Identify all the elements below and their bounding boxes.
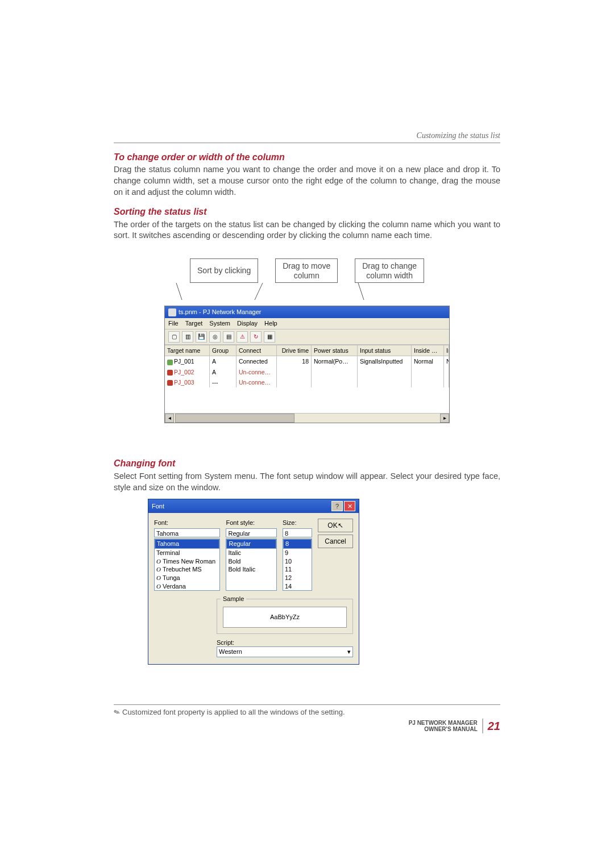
annot-sort: Sort by clicking bbox=[190, 258, 258, 283]
cell-inside1: Normal bbox=[412, 356, 444, 366]
list-item[interactable]: Regular bbox=[226, 539, 276, 549]
footer-rule bbox=[114, 704, 500, 705]
menu-bar[interactable]: File Target System Display Help bbox=[165, 318, 449, 329]
font-dialog: Font ? ✕ Font: Tahoma Tahoma Terminal OT… bbox=[148, 499, 359, 665]
tool-open-icon[interactable]: ▥ bbox=[182, 331, 193, 343]
annot-move: Drag to move column bbox=[275, 258, 338, 283]
pen-icon: ✎ bbox=[112, 707, 121, 718]
page-footer: PJ NETWORK MANAGER OWNER'S MANUAL 21 bbox=[114, 719, 500, 734]
tool-new-icon[interactable]: ▢ bbox=[168, 331, 180, 343]
svg-line-1 bbox=[255, 283, 263, 300]
style-input[interactable]: Regular bbox=[226, 528, 277, 537]
menu-system[interactable]: System bbox=[209, 319, 230, 328]
cursor-icon: ↖ bbox=[338, 521, 343, 530]
app-icon bbox=[168, 308, 176, 316]
list-item[interactable]: OVerdana bbox=[155, 582, 219, 591]
footer-line1: PJ NETWORK MANAGER bbox=[409, 720, 478, 726]
footer-line2: OWNER'S MANUAL bbox=[409, 726, 478, 732]
cancel-button[interactable]: Cancel bbox=[318, 535, 353, 548]
section-title-change-order: To change order or width of the column bbox=[114, 151, 500, 164]
font-list[interactable]: Tahoma Terminal OTimes New Roman OTrebuc… bbox=[154, 539, 220, 591]
section-body-change-order: Drag the status column name you want to … bbox=[114, 164, 500, 198]
menu-help[interactable]: Help bbox=[264, 319, 277, 328]
column-headers[interactable]: Target name Group Connect Drive time Pow… bbox=[165, 345, 449, 356]
window-titlebar[interactable]: ts.pnm - PJ Network Manager bbox=[165, 306, 449, 318]
font-input[interactable]: Tahoma bbox=[154, 528, 220, 537]
list-item[interactable]: 12 bbox=[283, 574, 312, 582]
table-row[interactable]: PJ_003 --- Un-conne… bbox=[165, 377, 449, 387]
footnote: ✎Customized font property is applied to … bbox=[114, 707, 500, 717]
table-row[interactable]: PJ_002 A Un-conne… bbox=[165, 367, 449, 377]
scroll-right-icon[interactable]: ▸ bbox=[440, 414, 449, 423]
menu-display[interactable]: Display bbox=[237, 319, 258, 328]
list-item[interactable]: OTunga bbox=[155, 574, 219, 582]
col-inside-1[interactable]: Inside … bbox=[412, 345, 444, 356]
cell-inside2: Normal bbox=[444, 356, 449, 366]
col-target-name[interactable]: Target name bbox=[165, 345, 210, 356]
annot-width: Drag to change column width bbox=[355, 258, 424, 283]
sample-text: AaBbYyZz bbox=[223, 607, 347, 628]
list-item[interactable]: 11 bbox=[283, 565, 312, 574]
label-sample: Sample bbox=[221, 595, 246, 603]
style-list[interactable]: Regular Italic Bold Bold Italic bbox=[226, 539, 277, 591]
ok-button[interactable]: OK ↖ bbox=[318, 519, 353, 532]
cell-group: --- bbox=[210, 377, 237, 387]
list-item[interactable]: Terminal bbox=[155, 549, 219, 557]
cell-connect: Un-conne… bbox=[237, 367, 277, 377]
page-header-caption: Customizing the status list bbox=[114, 131, 500, 141]
status-dot-icon bbox=[167, 380, 173, 386]
cell-name: PJ_002 bbox=[174, 369, 194, 375]
label-script: Script: bbox=[217, 639, 353, 647]
list-item[interactable]: OTimes New Roman bbox=[155, 557, 219, 566]
tool-alert-icon[interactable]: ⚠ bbox=[237, 331, 248, 343]
list-item[interactable]: 10 bbox=[283, 557, 312, 566]
tool-target-icon[interactable]: ◎ bbox=[209, 331, 221, 343]
dialog-titlebar[interactable]: Font ? ✕ bbox=[148, 499, 359, 513]
status-list-window: ts.pnm - PJ Network Manager File Target … bbox=[164, 306, 450, 423]
section-title-sorting: Sorting the status list bbox=[114, 206, 500, 218]
menu-file[interactable]: File bbox=[168, 319, 179, 328]
col-input-status[interactable]: Input status bbox=[358, 345, 412, 356]
size-input[interactable]: 8 bbox=[283, 528, 312, 537]
table-row[interactable]: PJ_001 A Connected 18 Normal(Po… SignalI… bbox=[165, 356, 449, 366]
status-dot-icon bbox=[167, 360, 173, 365]
chevron-down-icon: ▾ bbox=[347, 648, 351, 656]
list-item[interactable]: OTrebuchet MS bbox=[155, 565, 219, 574]
scroll-left-icon[interactable]: ◂ bbox=[165, 414, 174, 423]
tool-save-icon[interactable]: 💾 bbox=[196, 331, 207, 343]
list-item[interactable]: 9 bbox=[283, 549, 312, 557]
tool-grid-icon[interactable]: ▦ bbox=[264, 331, 275, 343]
scroll-thumb[interactable] bbox=[175, 414, 294, 423]
section-title-changing-font: Changing font bbox=[114, 457, 500, 470]
horizontal-scrollbar[interactable]: ◂ ▸ bbox=[165, 413, 449, 423]
col-connect[interactable]: Connect bbox=[237, 345, 277, 356]
list-item[interactable]: Tahoma bbox=[155, 539, 219, 549]
size-list[interactable]: 8 9 10 11 12 14 16 bbox=[283, 539, 312, 591]
annotation-leader-lines bbox=[114, 283, 500, 300]
help-icon[interactable]: ? bbox=[331, 501, 343, 511]
menu-target[interactable]: Target bbox=[185, 319, 203, 328]
page-number: 21 bbox=[488, 719, 500, 734]
tool-list-icon[interactable]: ▤ bbox=[223, 331, 234, 343]
cell-power: Normal(Po… bbox=[312, 356, 358, 366]
col-inside-2[interactable]: Inside … bbox=[444, 345, 449, 356]
col-group[interactable]: Group bbox=[210, 345, 237, 356]
toolbar: ▢ ▥ 💾 ◎ ▤ ⚠ ↻ ▦ bbox=[165, 329, 449, 345]
cell-group: A bbox=[210, 367, 237, 377]
list-item[interactable]: 8 bbox=[283, 539, 312, 549]
header-rule bbox=[114, 143, 500, 143]
list-item[interactable]: Bold bbox=[226, 557, 276, 566]
close-icon[interactable]: ✕ bbox=[344, 501, 355, 511]
tool-refresh-icon[interactable]: ↻ bbox=[250, 331, 262, 343]
list-item[interactable]: Bold Italic bbox=[226, 565, 276, 574]
list-body[interactable]: PJ_001 A Connected 18 Normal(Po… SignalI… bbox=[165, 356, 449, 413]
script-select[interactable]: Western ▾ bbox=[217, 646, 353, 657]
col-drive-time[interactable]: Drive time bbox=[277, 345, 312, 356]
cell-connect: Connected bbox=[237, 356, 277, 366]
cell-name: PJ_001 bbox=[174, 358, 194, 365]
list-item[interactable]: Italic bbox=[226, 549, 276, 557]
label-font: Font: bbox=[154, 519, 220, 527]
cell-name: PJ_003 bbox=[174, 379, 194, 386]
list-item[interactable]: 14 bbox=[283, 582, 312, 591]
col-power-status[interactable]: Power status bbox=[312, 345, 358, 356]
